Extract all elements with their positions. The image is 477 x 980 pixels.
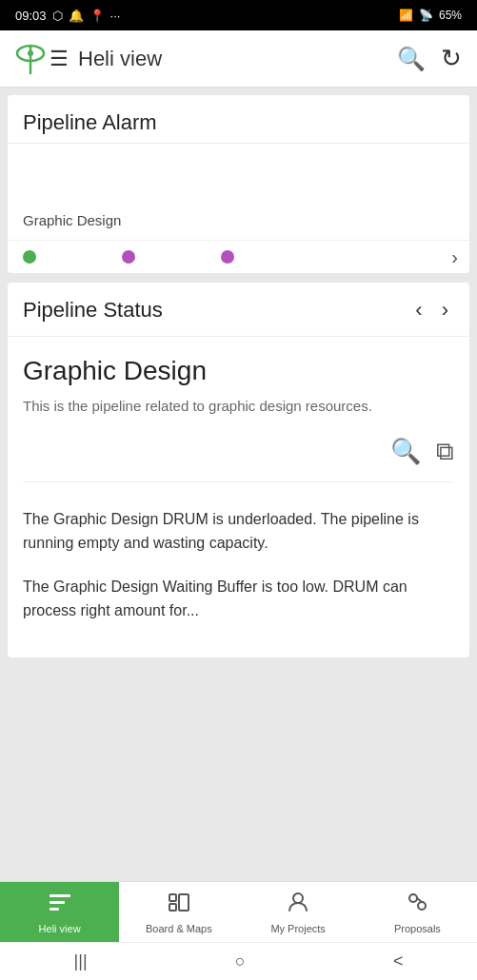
- pipeline-content: Graphic Design This is the pipeline rela…: [8, 337, 469, 657]
- status-bar-right: 📶 📡 65%: [399, 9, 462, 22]
- pipeline-actions: 🔍 ⧉: [23, 437, 454, 482]
- nav-label-heli-view: Heli view: [39, 923, 81, 934]
- alarm-pipeline-name: Graphic Design: [8, 201, 469, 241]
- system-bar: ||| ○ <: [0, 942, 477, 980]
- nav-item-my-projects[interactable]: My Projects: [239, 882, 358, 942]
- status-bar: 09:03 ⬡ 🔔 📍 ··· 📶 📡 65%: [0, 0, 477, 30]
- next-arrow[interactable]: ›: [436, 296, 454, 324]
- dot-purple-1: [122, 250, 135, 264]
- svg-rect-4: [50, 901, 65, 904]
- nav-item-heli-view[interactable]: Heli view: [0, 882, 119, 942]
- status-bar-left: 09:03 ⬡ 🔔 📍 ···: [15, 9, 120, 23]
- svg-rect-6: [169, 894, 176, 901]
- main-content: Pipeline Alarm Graphic Design › Pipeline…: [0, 88, 477, 675]
- app-bar: ☰ Heli view 🔍 ↻: [0, 30, 477, 88]
- prev-arrow[interactable]: ‹: [409, 296, 427, 324]
- alarm-nav-arrow[interactable]: ›: [451, 246, 458, 268]
- pipeline-messages: The Graphic Design DRUM is underloaded. …: [23, 498, 454, 623]
- nav-label-proposals: Proposals: [394, 923, 441, 934]
- more-icon: ···: [110, 9, 121, 23]
- my-projects-icon: [286, 890, 310, 920]
- nav-item-proposals[interactable]: Proposals: [358, 882, 477, 942]
- wifi-icon: 📶: [399, 9, 413, 22]
- notification-icon: 🔔: [69, 9, 84, 23]
- refresh-icon[interactable]: ↻: [437, 40, 466, 77]
- svg-rect-5: [50, 908, 59, 911]
- alarm-dots-row: ›: [8, 241, 469, 273]
- search-icon[interactable]: 🔍: [393, 42, 429, 76]
- home-btn[interactable]: ○: [235, 951, 246, 971]
- nav-label-board-maps: Board & Maps: [146, 923, 212, 934]
- pipeline-message-1: The Graphic Design DRUM is underloaded. …: [23, 507, 454, 556]
- time-display: 09:03: [15, 9, 47, 23]
- pipeline-alarm-card: Pipeline Alarm Graphic Design ›: [8, 95, 469, 273]
- app-logo: [11, 40, 50, 78]
- svg-point-10: [409, 894, 417, 902]
- pipeline-search-icon[interactable]: 🔍: [390, 437, 421, 466]
- nav-item-board-maps[interactable]: Board & Maps: [119, 882, 238, 942]
- app-title: Heli view: [78, 47, 393, 71]
- alarm-empty-space: [8, 144, 469, 201]
- svg-point-2: [28, 50, 33, 56]
- svg-rect-3: [50, 894, 70, 897]
- pipeline-message-2: The Graphic Design Waiting Buffer is too…: [23, 575, 454, 623]
- svg-point-11: [418, 902, 426, 910]
- pipeline-external-link-icon[interactable]: ⧉: [436, 437, 454, 466]
- pipeline-alarm-header: Pipeline Alarm: [8, 95, 469, 144]
- dot-purple-2: [221, 250, 234, 264]
- pipeline-status-card: Pipeline Status ‹ › Graphic Design This …: [8, 283, 469, 657]
- pipeline-status-nav: ‹ ›: [409, 296, 454, 324]
- heli-view-icon: [48, 890, 72, 920]
- svg-rect-7: [169, 904, 176, 911]
- app-bar-actions: 🔍 ↻: [393, 40, 466, 77]
- bottom-nav: Heli view Board & Maps My Projects: [0, 881, 477, 942]
- pipeline-status-title: Pipeline Status: [23, 298, 163, 323]
- location-icon: 📍: [89, 9, 105, 23]
- pipeline-status-header: Pipeline Status ‹ ›: [8, 283, 469, 337]
- pipeline-description: This is the pipeline related to graphic …: [23, 396, 454, 418]
- pipeline-detail-name: Graphic Design: [23, 356, 454, 386]
- nav-label-my-projects: My Projects: [270, 923, 325, 934]
- menu-icon[interactable]: ☰: [50, 47, 69, 71]
- battery-display: 65%: [439, 9, 462, 22]
- back-btn[interactable]: <: [393, 951, 404, 971]
- dropbox-icon: ⬡: [52, 9, 63, 23]
- recent-apps-btn[interactable]: |||: [74, 951, 88, 971]
- svg-rect-8: [179, 894, 189, 911]
- board-maps-icon: [167, 890, 191, 920]
- signal-icon: 📡: [419, 9, 433, 22]
- dot-green: [23, 250, 36, 264]
- svg-point-9: [293, 893, 303, 903]
- proposals-icon: [405, 890, 429, 920]
